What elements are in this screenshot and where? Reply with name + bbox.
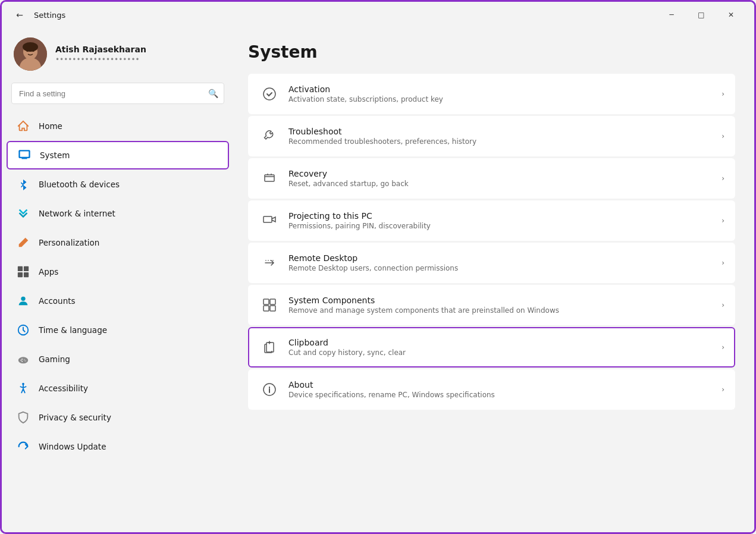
- sidebar: Atish Rajasekharan •••••••••••••••••••• …: [2, 28, 234, 532]
- svg-point-18: [21, 361, 23, 362]
- svg-rect-23: [265, 175, 274, 181]
- projecting-title: Projecting to this PC: [288, 211, 714, 221]
- setting-item-system-components[interactable]: System Components Remove and manage syst…: [248, 285, 735, 325]
- clipboard-title: Clipboard: [288, 338, 714, 347]
- update-icon: [16, 439, 30, 454]
- svg-point-16: [20, 360, 21, 361]
- about-icon: [259, 379, 280, 400]
- gaming-icon: [16, 352, 30, 366]
- maximize-button[interactable]: □: [688, 5, 715, 24]
- sidebar-item-label-personalization: Personalization: [39, 238, 99, 247]
- about-chevron: ›: [722, 385, 724, 394]
- svg-point-22: [263, 88, 275, 100]
- sidebar-item-label-time: Time & language: [39, 325, 107, 335]
- sidebar-item-label-privacy: Privacy & security: [39, 413, 111, 422]
- svg-rect-27: [263, 306, 269, 311]
- titlebar: ← Settings ─ □ ✕: [2, 2, 754, 28]
- system-components-icon: [259, 294, 280, 316]
- setting-item-recovery[interactable]: Recovery Reset, advanced startup, go bac…: [248, 158, 735, 199]
- svg-point-5: [23, 42, 38, 52]
- sidebar-item-apps[interactable]: Apps: [7, 257, 229, 286]
- projecting-desc: Permissions, pairing PIN, discoverabilit…: [288, 222, 714, 230]
- sidebar-item-accessibility[interactable]: Accessibility: [7, 374, 229, 403]
- projecting-icon: [259, 210, 280, 231]
- troubleshoot-icon: [259, 125, 280, 147]
- setting-item-activation[interactable]: Activation Activation state, subscriptio…: [248, 74, 735, 114]
- network-icon: [16, 206, 30, 221]
- remote-desktop-title: Remote Desktop: [288, 253, 714, 263]
- svg-rect-29: [266, 343, 274, 352]
- window-title: Settings: [34, 11, 65, 20]
- activation-desc: Activation state, subscriptions, product…: [288, 95, 714, 103]
- svg-rect-10: [24, 266, 29, 271]
- user-name: Atish Rajasekharan: [55, 45, 146, 54]
- close-button[interactable]: ✕: [717, 5, 745, 24]
- sidebar-item-personalization[interactable]: Personalization: [7, 228, 229, 257]
- sidebar-item-label-system: System: [40, 150, 70, 160]
- sidebar-item-privacy[interactable]: Privacy & security: [7, 403, 229, 432]
- sidebar-item-label-apps: Apps: [39, 267, 58, 277]
- sidebar-item-home[interactable]: Home: [7, 112, 229, 140]
- avatar: [14, 37, 47, 71]
- system-icon: [17, 148, 32, 162]
- sidebar-item-bluetooth[interactable]: Bluetooth & devices: [7, 170, 229, 199]
- setting-item-remote-desktop[interactable]: Remote Desktop Remote Desktop users, con…: [248, 243, 735, 283]
- setting-item-troubleshoot[interactable]: Troubleshoot Recommended troubleshooters…: [248, 116, 735, 156]
- setting-item-projecting[interactable]: Projecting to this PC Permissions, pairi…: [248, 200, 735, 241]
- settings-list: Activation Activation state, subscriptio…: [248, 74, 735, 410]
- recovery-chevron: ›: [722, 174, 724, 183]
- time-icon: [16, 323, 30, 337]
- minimize-button[interactable]: ─: [658, 5, 685, 24]
- accessibility-icon: [16, 381, 30, 395]
- about-desc: Device specifications, rename PC, Window…: [288, 391, 714, 399]
- user-info: Atish Rajasekharan ••••••••••••••••••••: [55, 45, 146, 64]
- setting-item-clipboard[interactable]: Clipboard Cut and copy history, sync, cl…: [248, 327, 735, 367]
- activation-chevron: ›: [722, 90, 724, 98]
- remote-desktop-icon: [259, 252, 280, 274]
- window-controls: ─ □ ✕: [658, 5, 745, 24]
- clipboard-desc: Cut and copy history, sync, clear: [288, 348, 714, 357]
- sidebar-item-system[interactable]: System: [7, 141, 229, 169]
- system-components-title: System Components: [288, 296, 714, 305]
- system-components-chevron: ›: [722, 301, 724, 309]
- privacy-icon: [16, 410, 30, 425]
- content-area: System Activation Activation state, subs…: [234, 28, 754, 532]
- search-container: 🔍: [11, 83, 224, 104]
- activation-icon: [259, 83, 280, 105]
- svg-rect-11: [18, 272, 23, 277]
- troubleshoot-desc: Recommended troubleshooters, preferences…: [288, 137, 714, 146]
- troubleshoot-title: Troubleshoot: [288, 127, 714, 136]
- sidebar-item-label-network: Network & internet: [39, 209, 115, 218]
- back-button[interactable]: ←: [11, 7, 28, 23]
- sidebar-item-accounts[interactable]: Accounts: [7, 287, 229, 315]
- user-email: ••••••••••••••••••••: [55, 55, 146, 64]
- svg-rect-28: [270, 306, 275, 311]
- sidebar-item-label-gaming: Gaming: [39, 354, 70, 364]
- svg-rect-25: [263, 299, 269, 304]
- svg-rect-9: [18, 266, 23, 271]
- user-section[interactable]: Atish Rajasekharan ••••••••••••••••••••: [2, 28, 234, 80]
- apps-icon: [16, 265, 30, 279]
- sidebar-item-network[interactable]: Network & internet: [7, 199, 229, 228]
- accounts-icon: [16, 294, 30, 308]
- personalization-icon: [16, 235, 30, 250]
- svg-point-17: [21, 359, 23, 360]
- sidebar-item-label-accessibility: Accessibility: [39, 384, 88, 393]
- page-title: System: [248, 42, 735, 62]
- about-title: About: [288, 380, 714, 389]
- troubleshoot-chevron: ›: [722, 132, 724, 140]
- settings-window: ← Settings ─ □ ✕: [2, 2, 754, 532]
- setting-item-about[interactable]: About Device specifications, rename PC, …: [248, 369, 735, 410]
- sidebar-item-gaming[interactable]: Gaming: [7, 345, 229, 373]
- remote-desktop-chevron: ›: [722, 259, 724, 267]
- sidebar-item-update[interactable]: Windows Update: [7, 432, 229, 461]
- sidebar-item-time[interactable]: Time & language: [7, 316, 229, 344]
- svg-rect-12: [24, 272, 29, 277]
- clipboard-chevron: ›: [722, 343, 724, 351]
- svg-point-13: [21, 297, 25, 301]
- home-icon: [16, 119, 30, 133]
- svg-point-15: [18, 357, 29, 363]
- svg-rect-8: [21, 158, 27, 159]
- clipboard-icon: [259, 337, 280, 358]
- search-input[interactable]: [11, 83, 224, 104]
